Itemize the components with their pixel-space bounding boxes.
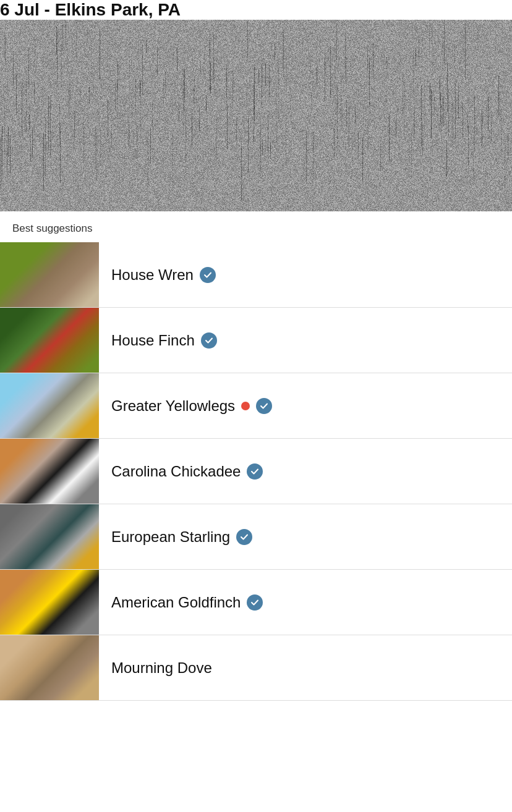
verified-badge <box>256 398 272 414</box>
bird-image-mourning-dove <box>0 635 99 700</box>
verified-badge <box>236 529 252 545</box>
page-title: 6 Jul - Elkins Park, PA <box>0 0 512 20</box>
bird-name-greater-yellowlegs: Greater Yellowlegs <box>111 397 235 415</box>
bird-image-carolina-chickadee <box>0 439 99 504</box>
verified-badge <box>247 594 263 611</box>
bird-info-carolina-chickadee: Carolina Chickadee <box>99 463 512 480</box>
list-item[interactable]: House Wren <box>0 242 512 308</box>
verified-badge <box>247 463 263 480</box>
bird-name-european-starling: European Starling <box>111 528 230 546</box>
bird-info-european-starling: European Starling <box>99 528 512 546</box>
list-item[interactable]: European Starling <box>0 504 512 570</box>
header: 6 Jul - Elkins Park, PA <box>0 0 512 20</box>
bird-info-house-finch: House Finch <box>99 332 512 349</box>
rare-indicator <box>241 402 250 410</box>
verified-badge <box>201 332 217 349</box>
bird-image-european-starling <box>0 504 99 569</box>
bird-image-house-wren <box>0 242 99 307</box>
bird-info-house-wren: House Wren <box>99 266 512 284</box>
bird-info-mourning-dove: Mourning Dove <box>99 659 512 677</box>
list-item[interactable]: House Finch <box>0 308 512 373</box>
bird-list: House Wren House Finch Greater Yellowleg… <box>0 242 512 701</box>
verified-badge <box>200 267 216 283</box>
list-item[interactable]: Greater Yellowlegs <box>0 373 512 439</box>
bird-name-american-goldfinch: American Goldfinch <box>111 594 241 611</box>
bird-name-mourning-dove: Mourning Dove <box>111 659 212 677</box>
section-label: Best suggestions <box>0 211 512 242</box>
spectrogram[interactable] <box>0 20 512 211</box>
bird-info-greater-yellowlegs: Greater Yellowlegs <box>99 397 512 415</box>
list-item[interactable]: Mourning Dove <box>0 635 512 701</box>
bird-name-house-finch: House Finch <box>111 332 195 349</box>
bird-image-american-goldfinch <box>0 570 99 635</box>
bird-image-house-finch <box>0 308 99 373</box>
list-item[interactable]: Carolina Chickadee <box>0 439 512 504</box>
list-item[interactable]: American Goldfinch <box>0 570 512 635</box>
bird-image-greater-yellowlegs <box>0 373 99 438</box>
bird-name-house-wren: House Wren <box>111 266 194 284</box>
bird-name-carolina-chickadee: Carolina Chickadee <box>111 463 241 480</box>
bird-info-american-goldfinch: American Goldfinch <box>99 594 512 611</box>
